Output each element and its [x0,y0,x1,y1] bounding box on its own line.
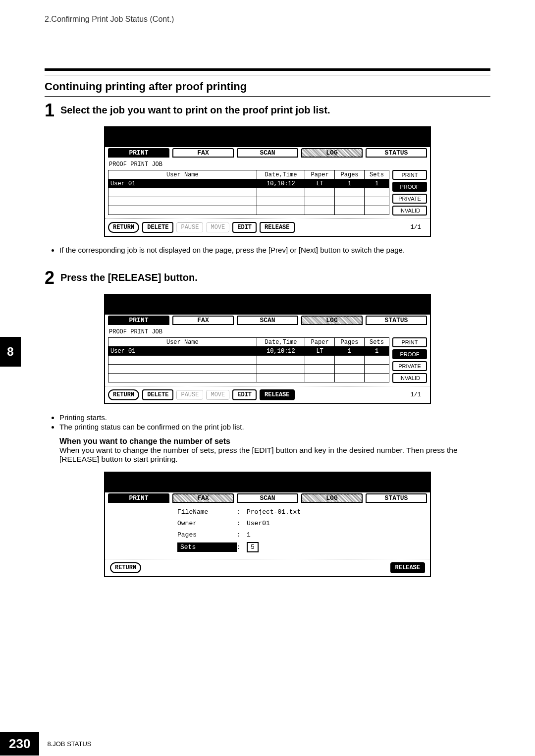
screen-tabs-row: PRINT FAX SCAN LOG STATUS [105,492,430,503]
tab-scan[interactable]: SCAN [237,316,298,325]
thick-rule [45,68,490,71]
side-print-button[interactable]: PRINT [392,337,427,347]
table-row[interactable] [108,365,389,374]
side-private-button[interactable]: PRIVATE [392,194,427,204]
table-row[interactable] [108,356,389,365]
thin-rule [45,75,490,75]
th-datetime: Date,Time [257,170,305,179]
move-button: MOVE [206,222,229,232]
side-private-button[interactable]: PRIVATE [392,361,427,371]
step-2-text: Press the [RELEASE] button. [60,269,198,283]
tab-fax[interactable]: FAX [172,316,234,325]
value-filename: Project-01.txt [247,508,321,516]
tab-log[interactable]: LOG [301,316,363,325]
page-fraction: 1/1 [410,224,427,231]
note-item: The printing status can be confirmed on … [59,423,490,431]
return-button[interactable]: RETURN [108,222,139,233]
colon: : [237,543,247,551]
screen-blackbar [105,295,430,315]
pause-button: PAUSE [176,390,203,400]
section-title: Continuing printing after proof printing [45,80,490,93]
sets-input[interactable]: 5 [247,542,259,552]
colon: : [237,508,247,516]
page-number: 230 [0,732,39,756]
label-pages: Pages [177,531,237,539]
delete-button[interactable]: DELETE [142,222,173,233]
release-button[interactable]: RELEASE [260,389,294,400]
label-sets: Sets [177,542,237,552]
cell-dt: 10,10:12 [257,347,305,356]
table-row[interactable] [108,197,389,206]
side-print-button[interactable]: PRINT [392,170,427,180]
step-1: 1 Select the job you want to print on th… [45,102,490,119]
screen-tabs-row: PRINT FAX SCAN LOG STATUS [105,147,430,158]
screenshot-2: PRINT FAX SCAN LOG STATUS PROOF PRINT JO… [104,294,431,404]
th-user: User Name [108,338,257,347]
tab-log[interactable]: LOG [301,493,363,503]
side-proof-button[interactable]: PROOF [392,182,427,192]
cell-user: User 01 [108,347,257,356]
tab-status[interactable]: STATUS [366,316,427,325]
cell-pages: 1 [335,347,365,356]
page-fraction: 1/1 [410,391,427,398]
screen-blackbar [105,473,430,492]
th-datetime: Date,Time [257,338,305,347]
label-filename: FileName [177,508,237,516]
value-pages: 1 [247,531,321,539]
note-list-2: Printing starts. The printing status can… [45,413,490,431]
list-subtitle: PROOF PRINT JOB [108,160,427,170]
side-proof-button[interactable]: PROOF [392,349,427,359]
note-item: If the corresponding job is not displaye… [59,246,490,254]
list-subtitle: PROOF PRINT JOB [108,327,427,337]
tab-print[interactable]: PRINT [108,493,169,503]
cell-user: User 01 [108,179,257,188]
th-paper: Paper [305,170,335,179]
job-table: User Name Date,Time Paper Pages Sets Use… [108,170,389,215]
th-paper: Paper [305,338,335,347]
side-invalid-button[interactable]: INVALID [392,206,427,216]
colon: : [237,531,247,539]
job-table: User Name Date,Time Paper Pages Sets Use… [108,337,389,382]
th-pages: Pages [335,338,365,347]
tab-scan[interactable]: SCAN [237,493,298,503]
delete-button[interactable]: DELETE [142,389,173,400]
colon: : [237,520,247,527]
tab-print[interactable]: PRINT [108,148,169,158]
tab-scan[interactable]: SCAN [237,148,298,158]
cell-paper: LT [305,179,335,188]
tab-print[interactable]: PRINT [108,316,169,325]
screenshot-1: PRINT FAX SCAN LOG STATUS PROOF PRINT JO… [104,126,431,237]
step-1-text: Select the job you want to print on the … [60,102,330,116]
side-invalid-button[interactable]: INVALID [392,373,427,383]
return-button[interactable]: RETURN [110,562,141,573]
th-sets: Sets [365,170,389,179]
cell-sets: 1 [365,347,389,356]
page-footer: 230 8.JOB STATUS [0,731,91,756]
tab-fax[interactable]: FAX [172,148,234,158]
step-1-number: 1 [45,102,54,119]
edit-button[interactable]: EDIT [232,389,257,400]
screen-blackbar [105,127,430,147]
screenshot-3: PRINT FAX SCAN LOG STATUS FileName : Pro… [104,472,431,577]
tab-status[interactable]: STATUS [366,493,427,503]
step-2: 2 Press the [RELEASE] button. [45,269,490,287]
table-row[interactable] [108,206,389,215]
move-button: MOVE [206,390,229,400]
table-row[interactable]: User 01 10,10:12 LT 1 1 [108,347,389,356]
pause-button: PAUSE [176,222,203,232]
tab-fax[interactable]: FAX [172,493,234,503]
table-row[interactable] [108,374,389,382]
release-button[interactable]: RELEASE [390,562,425,573]
chapter-tab: 8 [0,337,21,367]
return-button[interactable]: RETURN [108,389,139,400]
edit-button[interactable]: EDIT [232,222,257,233]
footer-text: 8.JOB STATUS [47,740,91,748]
tab-log[interactable]: LOG [301,148,363,158]
note-item: Printing starts. [59,413,490,422]
table-row[interactable] [108,188,389,197]
tab-status[interactable]: STATUS [366,148,427,158]
cell-paper: LT [305,347,335,356]
title-underline [45,96,490,97]
table-row[interactable]: User 01 10,10:12 LT 1 1 [108,179,389,188]
release-button[interactable]: RELEASE [260,222,294,233]
